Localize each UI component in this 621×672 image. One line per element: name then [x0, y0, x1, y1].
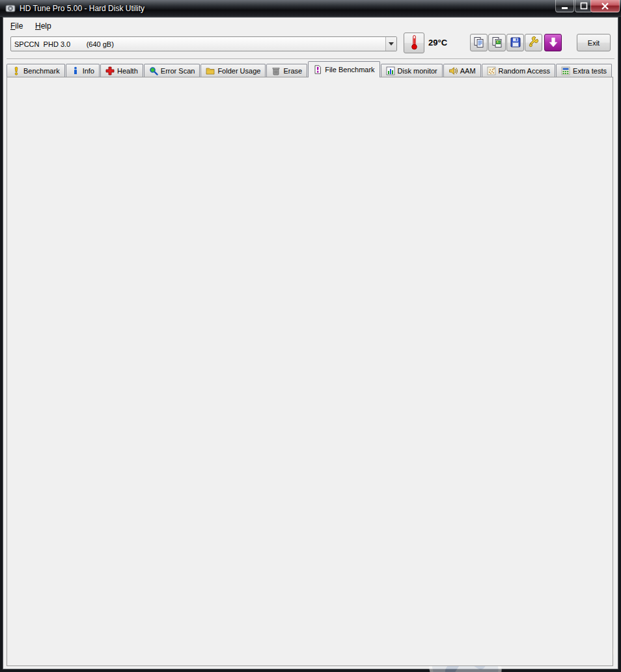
random-access-icon	[487, 66, 496, 75]
exit-button[interactable]: Exit	[577, 34, 611, 51]
tab-info[interactable]: Info	[66, 64, 100, 77]
copy-image-button[interactable]	[488, 34, 506, 51]
tab-error-scan[interactable]: Error Scan	[144, 64, 200, 77]
temperature-button[interactable]	[404, 33, 424, 53]
tab-label: File Benchmark	[325, 66, 374, 74]
tab-file-benchmark[interactable]: File Benchmark	[308, 61, 380, 77]
tab-health[interactable]: Health	[100, 64, 143, 77]
tab-label: Erase	[283, 67, 302, 75]
download-arrow-icon	[548, 37, 559, 49]
copy-text-icon	[473, 36, 485, 49]
thermometer-icon	[410, 34, 419, 51]
drive-select-dropdown[interactable]: SPCCN PHD 3.0 (640 gB)	[10, 36, 397, 51]
tab-label: Extra tests	[573, 67, 607, 75]
chevron-down-icon	[385, 37, 396, 51]
tab-folder-usage[interactable]: Folder Usage	[200, 64, 266, 77]
window-title: HD Tune Pro 5.00 - Hard Disk Utility	[20, 4, 145, 13]
extra-tests-icon	[561, 66, 570, 75]
close-button[interactable]	[590, 0, 620, 12]
tab-erase[interactable]: Erase	[266, 64, 307, 77]
download-button[interactable]	[544, 34, 562, 51]
aam-icon	[448, 66, 458, 75]
menu-help[interactable]: Help	[33, 20, 54, 32]
tab-label: Info	[83, 67, 94, 75]
temperature-value: 29°C	[428, 38, 447, 47]
tab-strip: Benchmark Info Health Error Scan Folder …	[7, 61, 613, 77]
minimize-button[interactable]	[555, 0, 574, 12]
disk-monitor-icon	[386, 66, 395, 75]
tab-label: AAM	[460, 67, 476, 75]
toolbar-separator	[7, 59, 614, 60]
copy-image-icon	[491, 36, 503, 49]
tab-label: Folder Usage	[217, 67, 260, 75]
tab-label: Disk monitor	[398, 67, 437, 75]
file-benchmark-icon	[313, 65, 322, 74]
maximize-button[interactable]	[575, 0, 592, 12]
save-icon	[510, 36, 521, 49]
folder-icon	[206, 66, 215, 75]
erase-icon	[271, 66, 281, 75]
tab-label: Error Scan	[161, 67, 195, 75]
save-button[interactable]	[506, 34, 524, 51]
copy-text-button[interactable]	[470, 34, 488, 51]
application-window: HD Tune Pro 5.00 - Hard Disk Utility Fil…	[0, 0, 621, 672]
tab-aam[interactable]: AAM	[443, 64, 481, 77]
error-scan-icon	[149, 66, 158, 75]
health-icon	[105, 66, 115, 75]
tab-extra-tests[interactable]: Extra tests	[556, 64, 612, 77]
info-icon	[71, 66, 80, 75]
tab-label: Health	[117, 67, 138, 75]
tab-disk-monitor[interactable]: Disk monitor	[381, 64, 443, 77]
file-benchmark-panel	[7, 77, 613, 666]
